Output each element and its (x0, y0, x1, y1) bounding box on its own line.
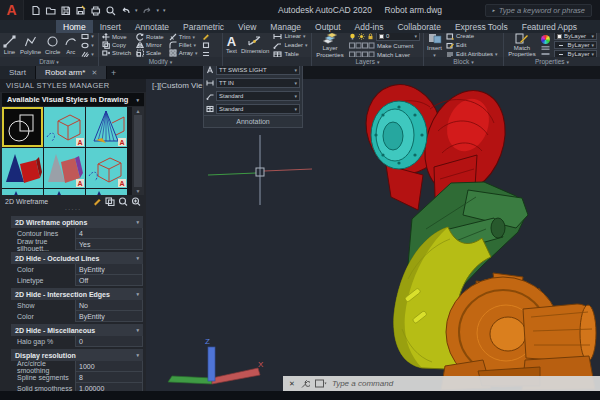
table-style-dropdown[interactable]: Standard ▾ (216, 104, 300, 114)
copy-visual-style-icon[interactable] (105, 197, 115, 206)
redo-caret-icon[interactable]: ▾ (157, 7, 160, 13)
close-command-line-icon[interactable]: ✕ (289, 380, 295, 388)
stretch-tool[interactable]: Stretch (102, 49, 131, 57)
insert-block-tool[interactable]: Insert ▾ (427, 33, 442, 57)
scale-tool[interactable]: Scale (136, 49, 164, 57)
export-style-icon[interactable] (131, 197, 141, 206)
file-tab-start[interactable]: Start (0, 66, 36, 79)
style-thumb-extra-1[interactable] (2, 189, 43, 195)
customize-wrench-icon[interactable] (300, 379, 310, 389)
linetype-icon[interactable] (541, 45, 550, 51)
arc-tool[interactable]: Arc (64, 35, 77, 55)
scroll-up-icon[interactable]: ▲ (136, 108, 141, 114)
rotate-tool[interactable]: Rotate (136, 33, 164, 41)
panel-label-properties[interactable]: Properties▾ (504, 57, 600, 66)
linear-dimension-tool[interactable]: Linear▾ (273, 33, 307, 40)
match-properties-tool[interactable]: Match Properties (507, 33, 537, 57)
move-tool[interactable]: Move (102, 33, 131, 41)
copy-tool[interactable]: Copy (102, 41, 131, 49)
undo-caret-icon[interactable]: ▾ (135, 7, 138, 13)
object-color-dropdown[interactable]: ByLayer ▾ (554, 33, 597, 40)
open-folder-icon[interactable] (45, 5, 56, 16)
style-thumb-2d-wireframe[interactable] (2, 107, 43, 147)
panel-label-layers[interactable]: Layers▾ (312, 57, 423, 66)
print-preview-icon[interactable] (105, 5, 116, 16)
layer-select-dropdown[interactable]: 0 ▾ (376, 33, 420, 41)
palette-resize-handle[interactable]: ····· (0, 208, 146, 214)
lineweight-dropdown[interactable]: ByLayer ▾ (554, 50, 597, 57)
new-tab-button[interactable]: + (107, 66, 120, 79)
make-current-tool[interactable]: Make Current (377, 42, 413, 50)
panel-label-annotation[interactable] (223, 57, 311, 66)
tab-output[interactable]: Output (308, 20, 348, 33)
help-search-input[interactable]: ▸ Type a keyword or phrase (485, 4, 592, 17)
undo-icon[interactable] (120, 5, 131, 16)
recent-commands-icon[interactable] (315, 379, 327, 388)
circle-tool[interactable]: Circle (45, 35, 60, 55)
hatch-tool[interactable]: ▾ (81, 50, 94, 57)
polyline-tool[interactable]: Polyline (20, 35, 41, 55)
apply-to-viewport-icon[interactable] (118, 197, 128, 206)
create-block-tool[interactable]: Create (446, 33, 498, 40)
tab-express-tools[interactable]: Express Tools (448, 20, 515, 33)
layer-tools-row-icons[interactable] (349, 42, 375, 49)
customize-qat-icon[interactable]: ▾ (163, 7, 166, 13)
tab-insert[interactable]: Insert (93, 20, 128, 33)
table-tool[interactable]: Table (273, 50, 307, 57)
section-occluded-lines[interactable]: 2D Hide - Occluded Lines▾ (11, 252, 143, 264)
viewport-controls-label[interactable]: [-][Custom Vie (152, 81, 203, 90)
dimension-style-dropdown[interactable]: TT IN ▾ (216, 78, 300, 88)
scroll-down-icon[interactable]: ▼ (136, 188, 141, 194)
mirror-tool[interactable]: Mirror (136, 41, 164, 49)
thumbnails-scrollbar[interactable]: ▲ ▼ (132, 107, 144, 195)
style-thumb-shaded[interactable]: A (44, 148, 85, 188)
panel-label-draw[interactable]: Draw▾ (0, 57, 98, 66)
rectangle-tool[interactable]: ▾ (81, 33, 94, 40)
flyout-panel-label[interactable]: Annotation (204, 115, 302, 127)
save-as-icon[interactable] (75, 5, 86, 16)
edit-block-tool[interactable]: Edit (446, 41, 498, 49)
style-thumb-hidden[interactable]: A (86, 107, 127, 147)
multileader-style-dropdown[interactable]: Standard ▾ (216, 91, 300, 101)
tab-featured-apps[interactable]: Featured Apps (515, 20, 584, 33)
array-tool[interactable]: Array▾ (169, 49, 198, 57)
autocad-logo-icon[interactable]: A (0, 0, 24, 20)
section-intersection-edges[interactable]: 2D Hide - Intersection Edges▾ (11, 288, 143, 300)
plot-icon[interactable] (90, 5, 101, 16)
tab-annotate[interactable]: Annotate (128, 20, 176, 33)
new-file-icon[interactable] (30, 5, 41, 16)
style-thumb-extra-2[interactable] (44, 189, 85, 195)
palette-section-header[interactable]: Available Visual Styles in Drawing ▾ (2, 93, 144, 106)
erase-pencil-icon[interactable] (202, 33, 210, 40)
style-thumb-realistic[interactable] (2, 148, 43, 188)
scrollbar-thumb[interactable] (134, 115, 142, 187)
edit-attributes-tool[interactable]: Edit Attributes▾ (446, 50, 498, 57)
file-tab-robot-arm[interactable]: Robot arm* ✕ (36, 66, 107, 79)
fillet-tool[interactable]: Fillet▾ (169, 41, 198, 49)
section-2d-wireframe-options[interactable]: 2D Wireframe options▾ (11, 216, 143, 228)
ellipse-tool[interactable]: ▾ (81, 41, 94, 49)
dimension-tool[interactable]: Dimension (241, 35, 269, 54)
text-style-dropdown[interactable]: TT SWISS LIGHT ▾ (216, 65, 300, 75)
linetype-dropdown[interactable]: ByLayer ▾ (554, 41, 597, 49)
tab-addins[interactable]: Add-ins (348, 20, 391, 33)
tab-parametric[interactable]: Parametric (176, 20, 231, 33)
save-icon[interactable] (60, 5, 71, 16)
panel-label-modify[interactable]: Modify▾ (99, 57, 222, 66)
lineweight-icon[interactable] (541, 52, 550, 56)
tab-collaborate[interactable]: Collaborate (390, 20, 447, 33)
style-thumb-extra-3[interactable] (86, 189, 127, 195)
trim-tool[interactable]: Trim▾ (169, 33, 198, 41)
redo-icon[interactable] (142, 5, 153, 16)
layer-properties-tool[interactable]: Layer Properties (315, 33, 345, 57)
tab-view[interactable]: View (231, 20, 263, 33)
color-wheel-icon[interactable] (541, 35, 550, 44)
create-visual-style-icon[interactable] (92, 197, 102, 206)
explode-icon[interactable] (202, 41, 210, 49)
tab-home[interactable]: Home (56, 20, 93, 33)
text-tool[interactable]: A Text (226, 36, 237, 54)
style-thumb-wireframe[interactable]: A (44, 107, 85, 147)
close-tab-icon[interactable]: ✕ (91, 69, 97, 77)
command-prompt-text[interactable]: Type a command (332, 379, 393, 388)
offset-icon[interactable] (202, 50, 210, 57)
